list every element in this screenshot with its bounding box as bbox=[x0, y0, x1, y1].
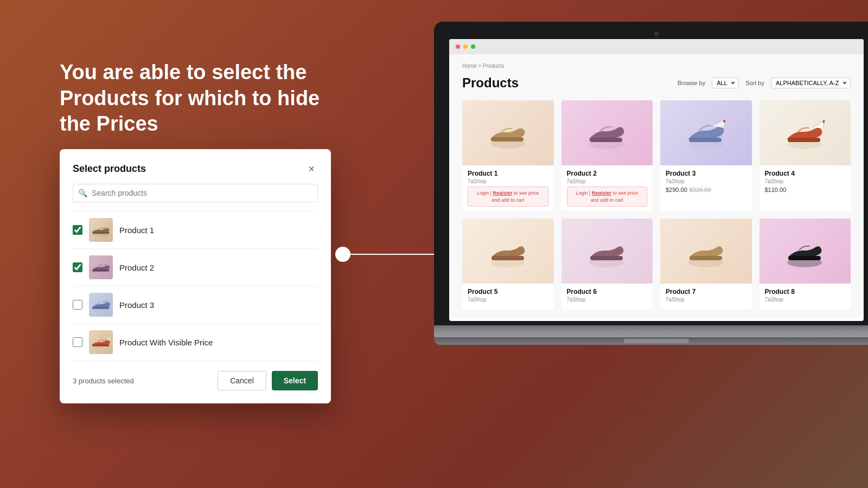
store-product-login-2: Login | Register to see price and add to… bbox=[567, 187, 648, 207]
store-product-title-7: Product 7 bbox=[666, 288, 746, 296]
store-product-img-7 bbox=[660, 219, 752, 284]
store-product-img-5 bbox=[462, 219, 554, 284]
store-product-card-6: Product 6 7aShop bbox=[561, 219, 653, 309]
sort-by-label: Sort by bbox=[745, 80, 764, 86]
store-product-img-2 bbox=[561, 100, 653, 165]
product-name-2: Product 2 bbox=[119, 263, 154, 272]
svg-point-6 bbox=[103, 265, 104, 266]
window-dot-red bbox=[456, 44, 460, 49]
footer-buttons: Cancel Select bbox=[218, 371, 318, 390]
store-product-title-2: Product 2 bbox=[567, 170, 648, 177]
modal-title: Select products bbox=[73, 163, 146, 175]
store-product-price-4: $110.00 bbox=[765, 187, 846, 193]
svg-rect-14 bbox=[590, 138, 622, 142]
svg-rect-27 bbox=[690, 256, 722, 260]
product-name-4: Product With Visible Price bbox=[119, 338, 213, 347]
store-title: Products bbox=[462, 75, 519, 91]
svg-rect-23 bbox=[492, 256, 524, 260]
store-product-title-8: Product 8 bbox=[765, 288, 846, 296]
store-product-card-5: Product 5 7aShop bbox=[462, 219, 554, 309]
product-thumbnail-4 bbox=[89, 330, 113, 354]
sort-by-select[interactable]: ALPHABETICALLY, A-Z bbox=[771, 78, 851, 88]
product-checkbox-4[interactable] bbox=[73, 337, 82, 347]
store-product-img-6 bbox=[561, 219, 653, 284]
product-checkbox-2[interactable] bbox=[73, 262, 82, 272]
store-product-card-4: Product 4 7aShop $110.00 bbox=[760, 100, 851, 211]
search-icon: 🔍 bbox=[78, 189, 87, 197]
svg-rect-21 bbox=[788, 138, 820, 142]
store-product-card-8: Product 8 7aShop bbox=[760, 219, 851, 309]
svg-rect-10 bbox=[92, 344, 109, 346]
store-product-info-2: Product 2 7aShop Login | Register to see… bbox=[561, 165, 653, 211]
svg-rect-19 bbox=[689, 138, 722, 142]
product-name-3: Product 3 bbox=[119, 300, 154, 310]
store-product-info-8: Product 8 7aShop bbox=[760, 284, 851, 309]
search-box: 🔍 bbox=[73, 184, 318, 202]
store-product-vendor-4: 7aShop bbox=[765, 178, 846, 184]
store-product-vendor-2: 7aShop bbox=[567, 178, 648, 184]
products-grid: Product 1 7aShop Login | Register to see… bbox=[462, 100, 851, 309]
laptop-base bbox=[434, 325, 868, 337]
store-product-title-6: Product 6 bbox=[567, 288, 648, 296]
store-product-price-3: $290.00$320.00 bbox=[666, 187, 746, 193]
register-link-2[interactable]: Register bbox=[592, 190, 611, 196]
window-dot-green bbox=[471, 44, 475, 49]
svg-rect-3 bbox=[92, 269, 109, 272]
svg-rect-29 bbox=[788, 256, 821, 260]
modal-header: Select products × bbox=[73, 162, 318, 175]
product-name-1: Product 1 bbox=[119, 226, 154, 235]
product-item-4: Product With Visible Price bbox=[73, 324, 318, 361]
window-dot-yellow bbox=[463, 44, 468, 49]
store-filters: Browse by ALL Sort by ALPHABETICALLY, A-… bbox=[678, 78, 851, 88]
store-product-vendor-3: 7aShop bbox=[666, 178, 746, 184]
register-link-1[interactable]: Register bbox=[493, 190, 512, 196]
store-product-card-3: Product 3 7aShop $290.00$320.00 bbox=[660, 100, 752, 211]
store-product-info-5: Product 5 7aShop bbox=[462, 284, 554, 309]
laptop-bezel: Home > Products Products Browse by ALL S… bbox=[434, 22, 868, 325]
product-thumbnail-2 bbox=[89, 255, 113, 279]
store-product-img-3 bbox=[660, 100, 752, 165]
store-product-info-7: Product 7 7aShop bbox=[660, 284, 752, 309]
cancel-button[interactable]: Cancel bbox=[218, 371, 266, 390]
store-header: Products Browse by ALL Sort by ALPHABETI… bbox=[462, 75, 851, 91]
laptop-camera bbox=[654, 31, 659, 36]
laptop-screen: Home > Products Products Browse by ALL S… bbox=[449, 39, 864, 321]
store-product-info-1: Product 1 7aShop Login | Register to see… bbox=[462, 165, 554, 211]
trackpad bbox=[624, 339, 689, 343]
select-button[interactable]: Select bbox=[272, 371, 318, 390]
modal-close-button[interactable]: × bbox=[305, 162, 318, 175]
store-product-vendor-5: 7aShop bbox=[468, 297, 548, 303]
store-product-title-5: Product 5 bbox=[468, 288, 548, 296]
store-ui: Home > Products Products Browse by ALL S… bbox=[449, 39, 864, 321]
modal-footer: 3 products selected Cancel Select bbox=[73, 371, 318, 390]
selected-count-label: 3 products selected bbox=[73, 377, 134, 385]
svg-point-5 bbox=[101, 265, 102, 266]
store-product-info-4: Product 4 7aShop $110.00 bbox=[760, 165, 851, 201]
store-product-vendor-8: 7aShop bbox=[765, 297, 846, 303]
store-product-img-4 bbox=[760, 100, 851, 165]
svg-point-17 bbox=[612, 126, 615, 129]
browse-by-select[interactable]: ALL bbox=[712, 78, 739, 88]
store-product-info-6: Product 6 7aShop bbox=[561, 284, 653, 309]
store-product-info-3: Product 3 7aShop $290.00$320.00 bbox=[660, 165, 752, 201]
product-thumbnail-3 bbox=[89, 293, 113, 317]
product-list: Product 1 Product 2 bbox=[73, 211, 318, 361]
laptop: Home > Products Products Browse by ALL S… bbox=[434, 22, 868, 345]
store-product-title-1: Product 1 bbox=[468, 170, 548, 177]
product-checkbox-1[interactable] bbox=[73, 225, 82, 235]
svg-rect-1 bbox=[93, 232, 110, 234]
product-checkbox-3[interactable] bbox=[73, 300, 82, 310]
svg-point-16 bbox=[608, 127, 610, 130]
store-product-title-4: Product 4 bbox=[765, 170, 846, 177]
search-input[interactable] bbox=[73, 184, 318, 202]
svg-point-4 bbox=[99, 266, 100, 267]
store-product-vendor-6: 7aShop bbox=[567, 297, 648, 303]
svg-rect-12 bbox=[491, 137, 524, 142]
store-product-card-2: Product 2 7aShop Login | Register to see… bbox=[561, 100, 653, 211]
hero-heading: You are able to select the Products for … bbox=[60, 60, 353, 137]
browse-by-label: Browse by bbox=[678, 80, 705, 86]
store-product-vendor-1: 7aShop bbox=[468, 178, 548, 184]
store-body: Home > Products Products Browse by ALL S… bbox=[449, 54, 864, 318]
product-item-1: Product 1 bbox=[73, 211, 318, 249]
product-item-2: Product 2 bbox=[73, 249, 318, 286]
